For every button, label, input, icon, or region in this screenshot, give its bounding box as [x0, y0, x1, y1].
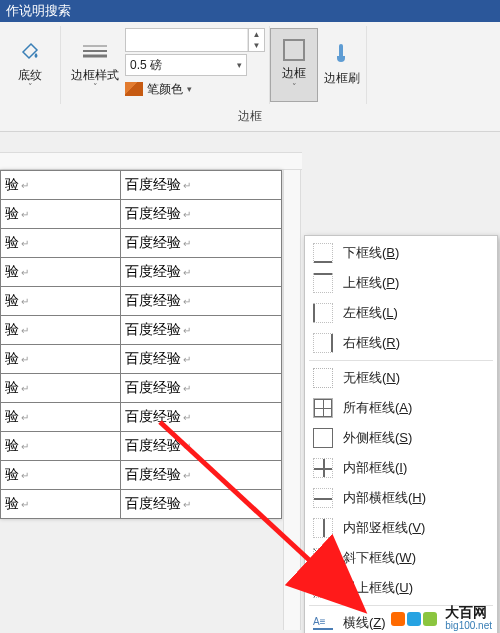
borders-button[interactable]: 边框 ˅: [270, 28, 318, 102]
menu-item-label: 斜下框线(W): [343, 549, 489, 567]
menu-separator: [309, 360, 493, 361]
border-style-button[interactable]: 边框样式 ˅: [65, 28, 125, 102]
bottom-icon: [313, 243, 333, 263]
border-brush-button[interactable]: 边框刷: [318, 28, 366, 102]
vertical-ruler[interactable]: [283, 170, 301, 630]
pen-color-button[interactable]: 笔颜色 ▾: [125, 78, 265, 100]
table-cell[interactable]: 百度经验↵: [121, 345, 282, 374]
table-row[interactable]: 验↵百度经验↵: [1, 461, 282, 490]
table-cell[interactable]: 百度经验↵: [121, 287, 282, 316]
svg-line-4: [314, 579, 332, 597]
menu-item-left[interactable]: 左框线(L): [305, 298, 497, 328]
table-row[interactable]: 验↵百度经验↵: [1, 200, 282, 229]
table-cell[interactable]: 验↵: [1, 229, 121, 258]
border-style-group: 边框样式 ˅ ▲▼ 0.5 磅 ▾: [61, 26, 270, 104]
table-cell[interactable]: 验↵: [1, 200, 121, 229]
menu-item-label: 内部横框线(H): [343, 489, 489, 507]
table-cell[interactable]: 百度经验↵: [121, 316, 282, 345]
outside-icon: [313, 428, 333, 448]
table-row[interactable]: 验↵百度经验↵: [1, 229, 282, 258]
menu-item-label: 内部框线(I): [343, 459, 489, 477]
menu-item-label: 左框线(L): [343, 304, 489, 322]
watermark-site: big100.net: [445, 619, 492, 633]
table-cell[interactable]: 验↵: [1, 316, 121, 345]
table-row[interactable]: 验↵百度经验↵: [1, 374, 282, 403]
line-style-gallery[interactable]: ▲▼: [125, 28, 265, 52]
table-cell[interactable]: 百度经验↵: [121, 461, 282, 490]
insidev-icon: [313, 518, 333, 538]
table-cell[interactable]: 验↵: [1, 461, 121, 490]
menu-item-top[interactable]: 上框线(P): [305, 268, 497, 298]
menu-item-label: 内部竖框线(V): [343, 519, 489, 537]
menu-item-label: 上框线(P): [343, 274, 489, 292]
border-group: 边框 ˅ 边框刷: [270, 26, 367, 104]
table-row[interactable]: 验↵百度经验↵: [1, 345, 282, 374]
gallery-scroll[interactable]: ▲▼: [248, 29, 264, 51]
menu-item-insidev[interactable]: 内部竖框线(V): [305, 513, 497, 543]
chevron-down-icon[interactable]: ▼: [249, 40, 264, 51]
table-row[interactable]: 验↵百度经验↵: [1, 490, 282, 519]
shading-label: 底纹: [18, 68, 42, 82]
table-row[interactable]: 验↵百度经验↵: [1, 287, 282, 316]
table-row[interactable]: 验↵百度经验↵: [1, 403, 282, 432]
table-cell[interactable]: 验↵: [1, 374, 121, 403]
table-cell[interactable]: 验↵: [1, 345, 121, 374]
menu-item-none[interactable]: 无框线(N): [305, 363, 497, 393]
table-cell[interactable]: 验↵: [1, 258, 121, 287]
chevron-down-icon: ▾: [237, 60, 242, 70]
menu-item-label: 无框线(N): [343, 369, 489, 387]
table-cell[interactable]: 百度经验↵: [121, 229, 282, 258]
ribbon: 底纹 ˅ 边框样式 ˅ ▲▼: [0, 22, 500, 132]
menu-item-label: 所有框线(A): [343, 399, 489, 417]
menu-item-label: 外侧框线(S): [343, 429, 489, 447]
horizontal-ruler[interactable]: [0, 152, 302, 170]
left-icon: [313, 303, 333, 323]
borders-label: 边框: [282, 65, 306, 82]
menu-item-right[interactable]: 右框线(R): [305, 328, 497, 358]
menu-item-label: 斜上框线(U): [343, 579, 489, 597]
svg-text:A≡: A≡: [313, 616, 326, 627]
table-cell[interactable]: 百度经验↵: [121, 171, 282, 200]
bucket-icon: [17, 38, 43, 64]
pen-color-label: 笔颜色: [147, 81, 183, 98]
table-cell[interactable]: 验↵: [1, 432, 121, 461]
table-cell[interactable]: 验↵: [1, 490, 121, 519]
brush-icon: [331, 44, 353, 66]
menu-item-insideh[interactable]: 内部横框线(H): [305, 483, 497, 513]
chevron-up-icon[interactable]: ▲: [249, 29, 264, 40]
table-cell[interactable]: 百度经验↵: [121, 490, 282, 519]
table-row[interactable]: 验↵百度经验↵: [1, 432, 282, 461]
table-cell[interactable]: 百度经验↵: [121, 403, 282, 432]
menu-item-diagup[interactable]: 斜上框线(U): [305, 573, 497, 603]
table-row[interactable]: 验↵百度经验↵: [1, 258, 282, 287]
shading-button[interactable]: 底纹 ˅: [6, 28, 54, 102]
line-weight-select[interactable]: 0.5 磅 ▾: [125, 54, 247, 76]
pen-icon: [125, 82, 143, 96]
menu-item-diagdown[interactable]: 斜下框线(W): [305, 543, 497, 573]
table-cell[interactable]: 百度经验↵: [121, 374, 282, 403]
document-table[interactable]: 验↵百度经验↵验↵百度经验↵验↵百度经验↵验↵百度经验↵验↵百度经验↵验↵百度经…: [0, 170, 282, 519]
shading-group: 底纹 ˅: [0, 26, 61, 104]
table-cell[interactable]: 百度经验↵: [121, 258, 282, 287]
chevron-down-icon: ▾: [187, 84, 192, 94]
line-weight-value: 0.5 磅: [130, 57, 162, 74]
site-watermark: 大百网 big100.net: [391, 605, 492, 633]
watermark-brand: 大百网: [445, 605, 492, 619]
menu-item-label: 右框线(R): [343, 334, 489, 352]
menu-item-outside[interactable]: 外侧框线(S): [305, 423, 497, 453]
menu-item-bottom[interactable]: 下框线(B): [305, 238, 497, 268]
table-cell[interactable]: 验↵: [1, 171, 121, 200]
table-cell[interactable]: 百度经验↵: [121, 200, 282, 229]
table-cell[interactable]: 百度经验↵: [121, 432, 282, 461]
document-area: 验↵百度经验↵验↵百度经验↵验↵百度经验↵验↵百度经验↵验↵百度经验↵验↵百度经…: [0, 132, 500, 633]
insideh-icon: [313, 488, 333, 508]
table-cell[interactable]: 验↵: [1, 287, 121, 316]
menu-item-inside[interactable]: 内部框线(I): [305, 453, 497, 483]
table-row[interactable]: 验↵百度经验↵: [1, 171, 282, 200]
table-cell[interactable]: 验↵: [1, 403, 121, 432]
table-row[interactable]: 验↵百度经验↵: [1, 316, 282, 345]
right-icon: [313, 333, 333, 353]
borders-icon: [283, 39, 305, 61]
page: 验↵百度经验↵验↵百度经验↵验↵百度经验↵验↵百度经验↵验↵百度经验↵验↵百度经…: [0, 170, 282, 519]
menu-item-all[interactable]: 所有框线(A): [305, 393, 497, 423]
